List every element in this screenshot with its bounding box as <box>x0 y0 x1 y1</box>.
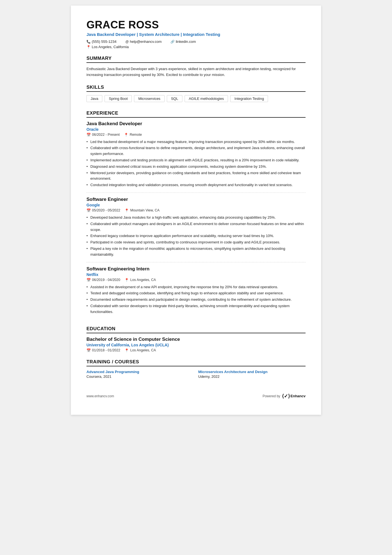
job-bullets: Led the backend development of a major m… <box>86 139 306 188</box>
job-date-text: 06/2019 - 04/2020 <box>92 278 120 282</box>
bullet-item: Documented software requirements and par… <box>86 297 306 303</box>
job-date: 📅 06/2019 - 04/2020 <box>86 278 120 282</box>
location-icon: 📍 <box>124 133 128 137</box>
edu-degree: Bachelor of Science in Computer Science <box>86 337 306 342</box>
education-title: EDUCATION <box>86 326 306 333</box>
edu-date: 📅 01/2018 - 01/2022 <box>86 348 120 352</box>
company-name: Netflix <box>86 272 306 277</box>
skills-row: JavaSpring BootMicroservicesSQLAGILE met… <box>86 95 306 104</box>
company-name: Oracle <box>86 127 306 132</box>
training-section: TRAINING / COURSES Advanced Java Program… <box>86 359 306 379</box>
header: GRACE ROSS Java Backend Developer | Syst… <box>86 19 306 49</box>
candidate-title: Java Backend Developer | System Architec… <box>86 32 306 37</box>
location-icon-edu: 📍 <box>125 348 129 352</box>
education-section: EDUCATION Bachelor of Science in Compute… <box>86 326 306 352</box>
edu-meta: 📅 01/2018 - 01/2022 📍 Los Angeles, CA <box>86 348 306 352</box>
bullet-item: Collaborated with product managers and d… <box>86 221 306 233</box>
footer-branding: Powered by ⟨✓⟩ Enhancv <box>262 393 306 399</box>
training-item-source: Coursera, 2021 <box>86 374 194 379</box>
skill-tag: Microservices <box>134 95 164 102</box>
training-item-title: Microservices Architecture and Design <box>198 370 306 374</box>
enhancv-logo: ⟨✓⟩ Enhancv <box>282 393 306 399</box>
phone-icon: 📞 <box>86 40 91 44</box>
experience-entry: Java Backend DeveloperOracle 📅 06/2022 -… <box>86 121 306 193</box>
summary-section: SUMMARY Enthusiastic Java Backend Develo… <box>86 56 306 78</box>
job-date: 📅 05/2020 - 05/2022 <box>86 208 120 213</box>
powered-by-text: Powered by <box>262 394 280 398</box>
experience-title: EXPERIENCE <box>86 110 306 118</box>
job-title: Java Backend Developer <box>86 121 306 127</box>
experience-entry: Software EngineerGoogle 📅 05/2020 - 05/2… <box>86 197 306 262</box>
edu-school: University of California, Los Angeles (U… <box>86 343 306 347</box>
calendar-icon: 📅 <box>86 133 91 137</box>
bullet-item: Diagnosed and resolved critical issues i… <box>86 164 306 170</box>
summary-text: Enthusiastic Java Backend Developer with… <box>86 66 306 78</box>
footer: www.enhancv.com Powered by ⟨✓⟩ Enhancv <box>86 390 306 399</box>
skills-section: SKILLS JavaSpring BootMicroservicesSQLAG… <box>86 85 306 104</box>
job-meta: 📅 06/2022 - Present 📍 Remote <box>86 133 306 137</box>
job-location: 📍 Mountain View, CA <box>125 208 159 213</box>
skill-tag: SQL <box>167 95 182 102</box>
email-address: help@enhancv.com <box>130 40 162 44</box>
bullet-item: Participated in code reviews and sprints… <box>86 240 306 245</box>
company-name: Google <box>86 203 306 207</box>
email-icon: @ <box>125 40 129 44</box>
bullet-item: Conducted integration testing and valida… <box>86 182 306 188</box>
location-icon: 📍 <box>125 208 129 213</box>
training-item: Microservices Architecture and DesignUde… <box>198 370 306 379</box>
training-item-source: Udemy, 2022 <box>198 374 306 379</box>
linkedin-url: linkedin.com <box>176 40 196 44</box>
experience-section: EXPERIENCE Java Backend DeveloperOracle … <box>86 110 306 319</box>
job-meta: 📅 05/2020 - 05/2022 📍 Mountain View, CA <box>86 208 306 213</box>
bullet-item: Collaborated with senior developers to i… <box>86 303 306 315</box>
edu-location: 📍 Los Angeles, CA <box>125 348 156 352</box>
phone-number: (555) 555-1234 <box>92 40 116 44</box>
bullet-item: Developed backend Java modules for a hig… <box>86 215 306 221</box>
job-date: 📅 06/2022 - Present <box>86 133 120 137</box>
job-bullets: Assisted in the development of a new API… <box>86 284 306 315</box>
job-location: 📍 Remote <box>124 133 142 137</box>
skills-title: SKILLS <box>86 85 306 92</box>
skill-tag: Java <box>86 95 102 102</box>
linkedin-contact: 🔗 linkedin.com <box>170 40 196 44</box>
phone-contact: 📞 (555) 555-1234 <box>86 40 116 44</box>
bullet-item: Assisted in the development of a new API… <box>86 284 306 290</box>
location-contact: 📍 Los Angeles, California <box>86 45 129 49</box>
location-text: Los Angeles, California <box>92 45 129 49</box>
link-icon: 🔗 <box>170 40 175 44</box>
job-location-text: Remote <box>130 133 142 137</box>
bullet-item: Led the backend development of a major m… <box>86 139 306 145</box>
contact-row-1: 📞 (555) 555-1234 @ help@enhancv.com 🔗 li… <box>86 40 306 44</box>
calendar-icon: 📅 <box>86 208 91 213</box>
job-location-text: Los Angeles, CA <box>130 278 156 282</box>
contact-row-2: 📍 Los Angeles, California <box>86 45 306 49</box>
bullet-item: Mentored junior developers, providing gu… <box>86 170 306 182</box>
calendar-icon: 📅 <box>86 278 91 282</box>
training-item-title: Advanced Java Programming <box>86 370 194 374</box>
bullet-item: Played a key role in the migration of mo… <box>86 246 306 258</box>
summary-title: SUMMARY <box>86 56 306 63</box>
footer-website: www.enhancv.com <box>86 394 114 398</box>
experience-entry: Software Engineering InternNetflix 📅 06/… <box>86 266 306 319</box>
brand-name: Enhancv <box>291 394 306 398</box>
job-location: 📍 Los Angeles, CA <box>125 278 156 282</box>
job-date-text: 06/2022 - Present <box>92 133 120 137</box>
job-location-text: Mountain View, CA <box>130 208 159 212</box>
training-title: TRAINING / COURSES <box>86 359 306 366</box>
training-grid: Advanced Java ProgrammingCoursera, 2021M… <box>86 370 306 379</box>
job-bullets: Developed backend Java modules for a hig… <box>86 215 306 258</box>
location-icon: 📍 <box>86 45 91 49</box>
job-title: Software Engineering Intern <box>86 266 306 272</box>
skill-tag: Integration Testing <box>230 95 268 102</box>
location-icon: 📍 <box>125 278 129 282</box>
skill-tag: AGILE methodologies <box>185 95 228 102</box>
bullet-item: Implemented automated unit testing proto… <box>86 157 306 163</box>
resume-page: GRACE ROSS Java Backend Developer | Syst… <box>71 6 321 415</box>
email-contact: @ help@enhancv.com <box>125 40 162 44</box>
enhancv-icon: ⟨✓⟩ <box>282 393 290 399</box>
job-title: Software Engineer <box>86 197 306 202</box>
job-date-text: 05/2020 - 05/2022 <box>92 208 120 212</box>
bullet-item: Collaborated with cross-functional teams… <box>86 145 306 157</box>
experience-entries: Java Backend DeveloperOracle 📅 06/2022 -… <box>86 121 306 319</box>
job-meta: 📅 06/2019 - 04/2020 📍 Los Angeles, CA <box>86 278 306 282</box>
